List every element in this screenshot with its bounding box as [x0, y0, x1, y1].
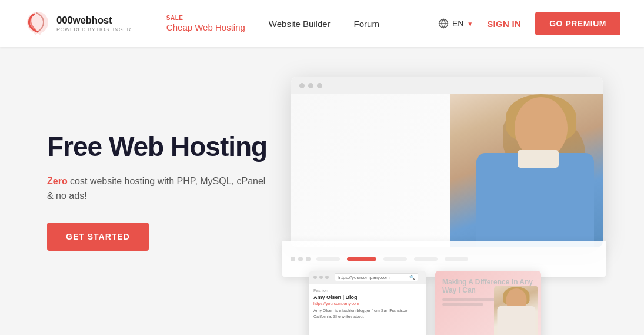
logo-icon	[24, 9, 52, 38]
nav-forum-label: Forum	[354, 19, 379, 29]
amy-photo	[494, 286, 538, 335]
get-started-button[interactable]: GET STARTED	[47, 223, 149, 251]
browser-mockup-pink-card: Making A Difference In Any Way I Can	[435, 271, 541, 335]
mid-nav-item-2	[347, 257, 376, 261]
browser-dot-3	[317, 83, 322, 88]
sub-browser-bar-blog: https://yourcompany.com 🔍	[309, 271, 426, 284]
go-premium-button[interactable]: GO PREMIUM	[535, 12, 620, 35]
mid-dot-1	[291, 257, 295, 261]
sub-browser-search-bar: https://yourcompany.com 🔍	[335, 273, 418, 281]
hero-subtitle-highlight: Zero	[47, 176, 68, 186]
blog-title: Amy Olsen | Blog	[313, 294, 422, 300]
mid-dot-3	[306, 257, 311, 261]
lang-label: EN	[452, 19, 463, 28]
nav-cheap-hosting-label: Cheap Web Hosting	[166, 22, 245, 32]
browser-content-main	[291, 94, 603, 247]
hero-content: Free Web Hosting Zero cost website hosti…	[47, 132, 271, 251]
hero-subtitle: Zero cost website hosting with PHP, MySQ…	[47, 174, 271, 204]
logo-tagline: POWERED BY HOSTINGER	[56, 26, 131, 32]
mid-nav-item-3	[383, 257, 407, 261]
sub-browser-content-blog: Fashion Amy Olsen | Blog https://yourcom…	[309, 284, 426, 324]
hero-section: Free Web Hosting Zero cost website hosti…	[0, 47, 644, 335]
mid-nav-item-4	[414, 257, 438, 261]
navbar: 000webhost POWERED BY HOSTINGER SALE Che…	[0, 0, 644, 47]
mid-nav-item-1	[316, 257, 340, 261]
sale-badge: SALE	[166, 15, 245, 21]
photo-placeholder	[450, 94, 603, 247]
search-url-text: https://yourcompany.com	[338, 275, 390, 280]
hero-title: Free Web Hosting	[47, 132, 271, 162]
globe-icon	[438, 18, 449, 29]
mid-nav-items	[316, 257, 598, 261]
sub-dot-2	[319, 276, 323, 279]
mid-nav-item-5	[445, 257, 468, 261]
mid-browser-dots	[291, 257, 311, 261]
nav-item-website-builder[interactable]: Website Builder	[257, 19, 342, 29]
hero-image-area: https://yourcompany.com 🔍 Fashion Amy Ol…	[279, 65, 620, 335]
language-selector[interactable]: EN ▼	[438, 18, 473, 29]
blog-url-display: https://yourcompany.com	[313, 301, 422, 306]
mid-dot-2	[298, 257, 303, 261]
main-nav: SALE Cheap Web Hosting Website Builder F…	[155, 15, 438, 32]
sub-dot-1	[313, 276, 317, 279]
navbar-right: EN ▼ SIGN IN GO PREMIUM	[438, 12, 620, 35]
photo-collar	[518, 150, 559, 168]
pink-card-content: Making A Difference In Any Way I Can	[435, 271, 541, 335]
logo-link[interactable]: 000webhost POWERED BY HOSTINGER	[24, 9, 131, 38]
nav-item-cheap-hosting[interactable]: SALE Cheap Web Hosting	[155, 15, 257, 32]
blog-description: Amy Olsen is a fashion blogger from San …	[313, 308, 422, 320]
search-icon: 🔍	[409, 275, 415, 280]
browser-dot-1	[299, 83, 305, 88]
amy-body	[497, 306, 535, 335]
browser-mockup-blog: https://yourcompany.com 🔍 Fashion Amy Ol…	[309, 271, 426, 335]
blog-category-label: Fashion	[313, 288, 422, 293]
logo-name: 000webhost	[56, 15, 131, 26]
browser-dot-2	[308, 83, 313, 88]
logo-text: 000webhost POWERED BY HOSTINGER	[56, 15, 131, 32]
pink-card-line-2	[442, 303, 483, 306]
sub-dot-3	[325, 276, 329, 279]
chevron-down-icon: ▼	[467, 21, 473, 27]
nav-website-builder-label: Website Builder	[269, 19, 331, 29]
browser-mockup-main	[291, 77, 603, 247]
sign-in-button[interactable]: SIGN IN	[482, 19, 526, 29]
hero-subtitle-rest: cost website hosting with PHP, MySQL, cP…	[47, 176, 265, 201]
browser-bar-main	[291, 77, 603, 94]
nav-item-forum[interactable]: Forum	[342, 19, 391, 29]
